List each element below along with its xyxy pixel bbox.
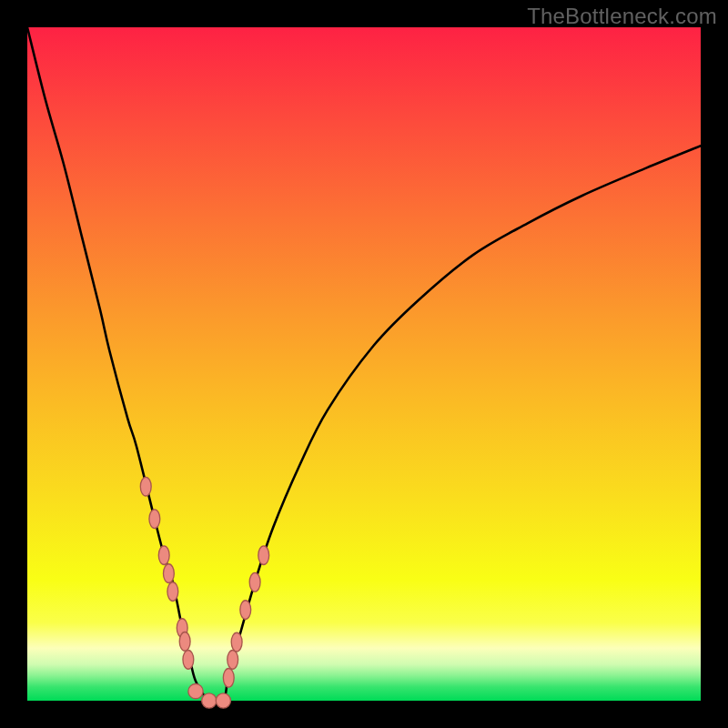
watermark-text: TheBottleneck.com	[527, 4, 717, 29]
curve-marker	[158, 546, 169, 565]
curve-marker	[240, 601, 251, 620]
curve-marker	[249, 572, 260, 592]
chart-overlay	[27, 27, 701, 701]
curve-marker	[163, 564, 174, 583]
curve-marker	[188, 684, 203, 699]
curve-marker	[183, 651, 194, 670]
app-frame: TheBottleneck.com	[0, 0, 728, 728]
curve-marker	[179, 632, 190, 652]
curve-marker	[231, 632, 242, 652]
plot-area	[27, 27, 701, 701]
curve-marker	[216, 693, 230, 708]
curve-marker	[202, 693, 217, 708]
curve-marker	[258, 546, 269, 565]
curve-marker	[223, 668, 234, 687]
curve-markers	[140, 477, 268, 708]
curve-marker	[149, 510, 160, 529]
bottleneck-curve	[27, 27, 701, 703]
curve-marker	[167, 582, 178, 602]
curve-marker	[228, 651, 238, 670]
curve-marker	[140, 477, 151, 496]
